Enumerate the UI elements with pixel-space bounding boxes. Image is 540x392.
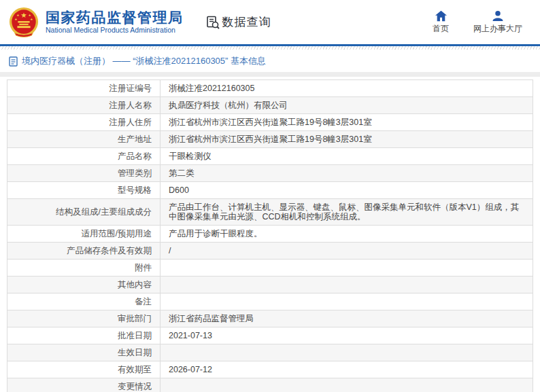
row-value — [161, 260, 533, 277]
row-label: 备注 — [7, 293, 161, 310]
org-name-cn: 国家药品监督管理局 — [46, 10, 184, 26]
row-label: 管理类别 — [7, 165, 161, 182]
row-label: 有效期至 — [7, 361, 161, 378]
row-value — [161, 344, 533, 361]
user-icon — [492, 10, 504, 22]
row-value: 浙械注准20212160305 — [161, 80, 533, 97]
row-label: 注册人名称 — [7, 97, 161, 114]
row-value: 浙江省杭州市滨江区西兴街道聚工路19号8幢3层301室 — [161, 114, 533, 131]
row-label: 注册证编号 — [7, 80, 161, 97]
row-label: 生效日期 — [7, 344, 161, 361]
nav-online-hall[interactable]: 网上办事大厅 — [473, 10, 522, 35]
row-value: 浙江省药品监督管理局 — [161, 310, 533, 327]
row-label: 其他内容 — [7, 277, 161, 293]
svg-text:★: ★ — [20, 11, 27, 19]
document-icon — [9, 56, 18, 67]
row-label: 结构及组成/主要组成成分 — [7, 199, 161, 226]
org-name-en: National Medical Products Administration — [46, 26, 184, 35]
breadcrumb: 境内医疗器械（注册） —— “浙械注准20212160305” 基本信息 — [0, 50, 540, 72]
row-label: 批准日期 — [7, 327, 161, 344]
row-label: 适用范围/预期用途 — [7, 226, 161, 243]
row-label: 变更情况 — [7, 378, 161, 392]
home-icon — [435, 10, 448, 22]
row-value: D600 — [161, 182, 533, 199]
registration-info-table: 注册证编号浙械注准20212160305 注册人名称执鼎医疗科技（杭州）有限公司… — [7, 79, 533, 392]
svg-text:★: ★ — [16, 14, 19, 17]
org-title-block: 国家药品监督管理局 National Medical Products Admi… — [46, 10, 184, 35]
row-value: 2021-07-13 — [161, 327, 533, 344]
table-row: 备注 — [7, 293, 533, 310]
table-row: 适用范围/预期用途产品用于诊断干眼程度。 — [7, 226, 533, 243]
national-emblem-logo: ★ ★ ★ ★ ★ — [8, 7, 39, 38]
row-value: / — [161, 243, 533, 260]
row-value — [161, 378, 533, 392]
table-row: 生效日期 — [7, 344, 533, 361]
row-value: 产品用于诊断干眼程度。 — [161, 226, 533, 243]
row-label: 产品名称 — [7, 148, 161, 165]
svg-text:★: ★ — [14, 18, 17, 21]
row-label: 审批部门 — [7, 310, 161, 327]
table-row: 型号规格D600 — [7, 182, 533, 199]
table-row: 注册人名称执鼎医疗科技（杭州）有限公司 — [7, 97, 533, 114]
data-query-label: 数据查询 — [222, 14, 271, 30]
row-value: 浙江省杭州市滨江区西兴街道聚工路19号8幢3层301室 — [161, 131, 533, 148]
row-label: 产品储存条件及有效期 — [7, 243, 161, 260]
svg-text:★: ★ — [28, 14, 31, 17]
row-value: 干眼检测仪 — [161, 148, 533, 165]
table-row: 审批部门浙江省药品监督管理局 — [7, 310, 533, 327]
svg-text:★: ★ — [30, 18, 33, 21]
row-label: 生产地址 — [7, 131, 161, 148]
table-row: 有效期至2026-07-12 — [7, 361, 533, 378]
table-row: 产品名称干眼检测仪 — [7, 148, 533, 165]
nav-home-label: 首页 — [433, 23, 449, 35]
data-query-section-title: 数据查询 — [205, 14, 271, 30]
row-label: 附件 — [7, 260, 161, 277]
breadcrumb-text: 境内医疗器械（注册） —— “浙械注准20212160305” 基本信息 — [22, 55, 266, 67]
table-row: 注册人住所浙江省杭州市滨江区西兴街道聚工路19号8幢3层301室 — [7, 114, 533, 131]
row-value — [161, 293, 533, 310]
table-row: 附件 — [7, 260, 533, 277]
row-label: 型号规格 — [7, 182, 161, 199]
top-nav: 首页 网上办事大厅 — [433, 10, 522, 35]
table-row: 其他内容 — [7, 277, 533, 293]
nav-online-hall-label: 网上办事大厅 — [473, 23, 522, 35]
nav-home[interactable]: 首页 — [433, 10, 449, 35]
table-row: 注册证编号浙械注准20212160305 — [7, 80, 533, 97]
separator-band — [0, 72, 540, 77]
row-value: 执鼎医疗科技（杭州）有限公司 — [161, 97, 533, 114]
table-row: 管理类别第二类 — [7, 165, 533, 182]
table-row: 生产地址浙江省杭州市滨江区西兴街道聚工路19号8幢3层301室 — [7, 131, 533, 148]
row-value: 第二类 — [161, 165, 533, 182]
doc-magnifier-icon — [205, 15, 220, 30]
row-value — [161, 277, 533, 293]
table-row: 结构及组成/主要组成成分产品由工作台、计算机主机、显示器、键盘、鼠标、图像采集单… — [7, 199, 533, 226]
header: ★ ★ ★ ★ ★ 国家药品监督管理局 National Medical Pro… — [0, 0, 540, 44]
table-row: 变更情况 — [7, 378, 533, 392]
table-row: 批准日期2021-07-13 — [7, 327, 533, 344]
row-value: 产品由工作台、计算机主机、显示器、键盘、鼠标、图像采集单元和软件（版本V1）组成… — [161, 199, 533, 226]
row-value: 2026-07-12 — [161, 361, 533, 378]
table-row: 产品储存条件及有效期/ — [7, 243, 533, 260]
row-label: 注册人住所 — [7, 114, 161, 131]
